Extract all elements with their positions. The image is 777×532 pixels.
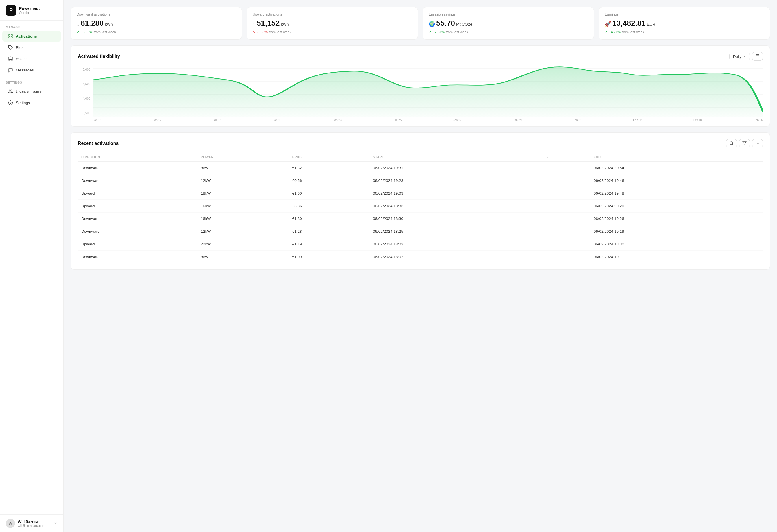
- col-power: POWER: [198, 153, 289, 162]
- cell-direction: Upward: [78, 238, 198, 251]
- settings-label-text: Settings: [16, 101, 30, 105]
- col-direction: DIRECTION: [78, 153, 198, 162]
- stat-number-downward: 61,280: [81, 19, 104, 28]
- cell-power: 12kW: [198, 174, 289, 187]
- table-row: Downward 12kW €1.28 06/02/2024 18:25 06/…: [78, 225, 763, 238]
- activations-table: DIRECTION POWER PRICE START END Downward…: [78, 153, 763, 263]
- user-profile[interactable]: W Will Barrow will@company.com: [0, 514, 63, 532]
- sidebar-item-bids[interactable]: Bids: [2, 42, 61, 53]
- activations-icon: [8, 34, 13, 39]
- settings-icon: [8, 100, 13, 105]
- stat-number-upward: 51,152: [257, 19, 280, 28]
- more-button[interactable]: [752, 139, 763, 147]
- sidebar-item-activations[interactable]: Activations: [2, 31, 61, 42]
- cell-empty: [542, 200, 590, 213]
- svg-line-17: [732, 144, 733, 145]
- x-label-feb06: Feb 06: [754, 119, 763, 122]
- cell-start: 06/02/2024 19:31: [369, 162, 542, 174]
- svg-rect-3: [11, 37, 12, 38]
- table-row: Downward 8kW €1.32 06/02/2024 19:31 06/0…: [78, 162, 763, 174]
- stat-change-emission: +2.51% from last week: [429, 30, 588, 34]
- rocket-icon: 🚀: [605, 21, 611, 27]
- svg-point-7: [10, 102, 11, 103]
- cell-start: 06/02/2024 18:33: [369, 200, 542, 213]
- sidebar-item-users-teams[interactable]: Users & Teams: [2, 86, 61, 97]
- col-start: START: [369, 153, 542, 162]
- search-button[interactable]: [726, 139, 737, 147]
- col-price: PRICE: [289, 153, 369, 162]
- stat-value-earnings: 🚀 13,482.81 EUR: [605, 19, 764, 28]
- change-down-icon: [253, 30, 255, 34]
- stat-card-earnings: Earnings 🚀 13,482.81 EUR +4.71% from las…: [599, 7, 770, 39]
- sidebar-item-assets[interactable]: Assets: [2, 54, 61, 64]
- col-sort[interactable]: [542, 153, 590, 162]
- cell-end: 06/02/2024 19:48: [590, 187, 763, 200]
- stat-number-earnings: 13,482.81: [612, 19, 646, 28]
- filter-button[interactable]: [739, 139, 750, 147]
- cell-start: 06/02/2024 19:03: [369, 187, 542, 200]
- messages-label: Messages: [16, 68, 34, 72]
- cell-start: 06/02/2024 18:03: [369, 238, 542, 251]
- up-arrow-icon: ↑: [253, 20, 255, 27]
- user-name: Will Barrow: [18, 520, 45, 524]
- filter-icon: [742, 141, 747, 145]
- table-row: Downward 8kW €1.09 06/02/2024 18:02 06/0…: [78, 251, 763, 263]
- messages-icon: [8, 68, 13, 73]
- logo-area: P Powernaut Admin: [0, 0, 63, 20]
- cell-price: €1.60: [289, 187, 369, 200]
- calendar-button[interactable]: [752, 52, 763, 61]
- app-role: Admin: [19, 11, 40, 15]
- cell-direction: Downward: [78, 174, 198, 187]
- stat-card-emission: Emission savings 🌍 55.70 Mt CO2e +2.51% …: [423, 7, 594, 39]
- table-row: Upward 16kW €3.36 06/02/2024 18:33 06/02…: [78, 200, 763, 213]
- cell-end: 06/02/2024 20:20: [590, 200, 763, 213]
- x-label-jan23: Jan 23: [333, 119, 342, 122]
- calendar-icon: [755, 54, 760, 58]
- chevron-down-icon: [53, 521, 58, 525]
- y-label-5000: 5,000: [78, 68, 91, 71]
- user-email: will@company.com: [18, 524, 45, 527]
- stat-unit-emission: Mt CO2e: [456, 22, 472, 27]
- cell-price: €1.19: [289, 238, 369, 251]
- avatar: W: [6, 519, 15, 528]
- table-row: Upward 18kW €1.60 06/02/2024 19:03 06/02…: [78, 187, 763, 200]
- stat-value-downward: ↓ 61,280 kWh: [77, 19, 236, 28]
- stat-unit-downward: kWh: [105, 22, 113, 27]
- sort-icon: [545, 155, 549, 158]
- stat-change-downward: +3.99% from last week: [77, 30, 236, 34]
- cell-start: 06/02/2024 18:02: [369, 251, 542, 263]
- sidebar-item-messages[interactable]: Messages: [2, 65, 61, 76]
- cell-empty: [542, 251, 590, 263]
- stat-change-label-emission: from last week: [446, 30, 468, 34]
- table-row: Upward 22kW €1.19 06/02/2024 18:03 06/02…: [78, 238, 763, 251]
- sidebar-item-settings[interactable]: Settings: [2, 97, 61, 108]
- cell-price: €1.09: [289, 251, 369, 263]
- cell-price: €1.32: [289, 162, 369, 174]
- x-label-feb02: Feb 02: [633, 119, 642, 122]
- cell-end: 06/02/2024 19:26: [590, 213, 763, 225]
- cell-price: €1.28: [289, 225, 369, 238]
- x-label-jan29: Jan 29: [513, 119, 522, 122]
- stat-change-value-earnings: +4.71%: [609, 30, 621, 34]
- stat-title-earnings: Earnings: [605, 12, 764, 16]
- cell-direction: Downward: [78, 251, 198, 263]
- activations-label: Activations: [16, 34, 37, 38]
- cell-start: 06/02/2024 19:23: [369, 174, 542, 187]
- search-icon: [729, 141, 734, 145]
- table-row: Downward 16kW €1.80 06/02/2024 18:30 06/…: [78, 213, 763, 225]
- chart-title: Activated flexibility: [78, 54, 120, 59]
- sidebar: P Powernaut Admin MANAGE Activations Bid…: [0, 0, 64, 532]
- app-name: Powernaut: [19, 6, 40, 11]
- assets-icon: [8, 57, 13, 61]
- cell-end: 06/02/2024 19:46: [590, 174, 763, 187]
- cell-empty: [542, 174, 590, 187]
- stat-value-emission: 🌍 55.70 Mt CO2e: [429, 19, 588, 28]
- cell-power: 8kW: [198, 162, 289, 174]
- stat-value-upward: ↑ 51,152 kWh: [253, 19, 412, 28]
- svg-point-5: [9, 57, 12, 58]
- period-dropdown[interactable]: Daily: [729, 52, 750, 61]
- down-arrow-icon: ↓: [77, 20, 80, 27]
- svg-rect-2: [9, 37, 10, 38]
- chart-controls: Daily: [729, 52, 763, 61]
- cell-direction: Upward: [78, 200, 198, 213]
